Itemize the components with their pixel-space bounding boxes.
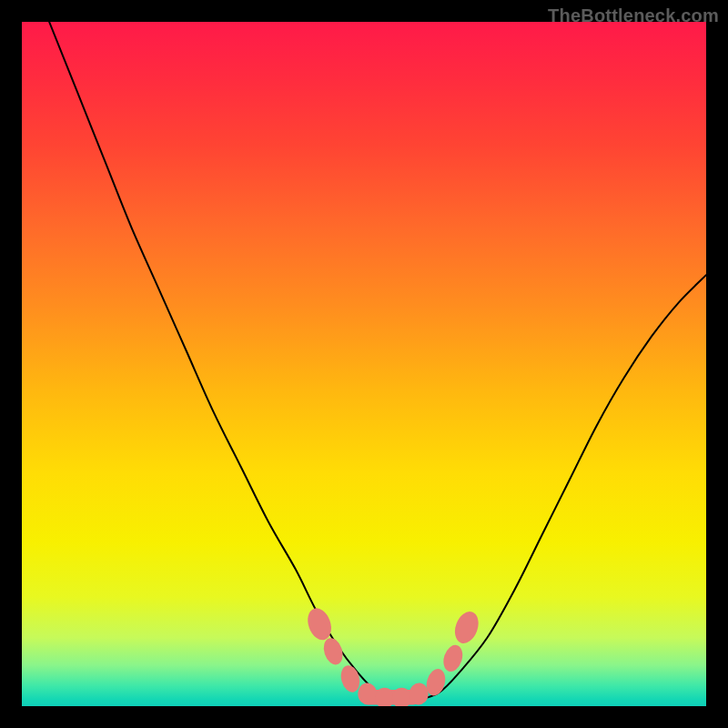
plot-area — [22, 22, 706, 706]
chart-svg — [22, 22, 706, 706]
watermark-text: TheBottleneck.com — [548, 5, 719, 26]
trough-marker — [320, 636, 346, 668]
chart-frame: TheBottleneck.com — [0, 0, 728, 728]
trough-marker — [450, 608, 482, 646]
bottleneck-curve — [49, 22, 706, 700]
trough-marker — [304, 605, 336, 643]
